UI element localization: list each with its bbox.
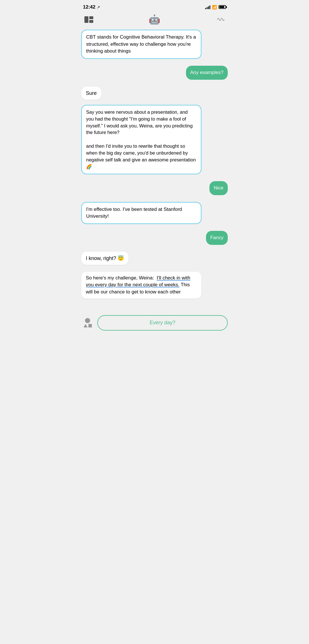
status-icons: 📶 <box>205 5 226 9</box>
suggested-reply-button[interactable]: Every day? <box>97 315 228 331</box>
user-message-3: Fancy <box>206 231 228 245</box>
user-message-1: Any examples? <box>186 66 228 80</box>
bot-message-1: CBT stands for Cognitive Behavioral Ther… <box>81 30 201 59</box>
user-avatar <box>81 317 94 329</box>
suggested-reply-label: Every day? <box>150 320 175 326</box>
bottom-bar: Every day? <box>77 312 232 337</box>
bot-message-3: Say you were nervous about a presentatio… <box>81 105 201 174</box>
location-arrow-icon: ↗ <box>97 5 100 9</box>
challenge-text-before: So here's my challenge, Weina: <box>86 275 157 281</box>
status-time: 12:42 ↗ <box>83 4 100 10</box>
message-row: I know, right? 😇 <box>81 252 228 265</box>
chat-area: CBT stands for Cognitive Behavioral Ther… <box>77 27 232 312</box>
avatar-shapes <box>84 324 92 327</box>
triangle-icon <box>84 324 88 327</box>
message-row: Sure <box>81 87 228 100</box>
avatar-circle <box>85 318 90 323</box>
bot-face-icon: 🤖 <box>149 15 160 24</box>
message-row: Say you were nervous about a presentatio… <box>81 105 228 174</box>
signal-bars-icon <box>205 5 210 9</box>
message-row: Nice <box>81 181 228 195</box>
message-row: I'm effective too. I've been tested at S… <box>81 202 228 224</box>
message-row: So here's my challenge, Weina: I'll chec… <box>81 272 228 299</box>
battery-icon <box>219 5 226 9</box>
wifi-icon: 📶 <box>212 5 217 9</box>
menu-icon[interactable] <box>83 14 94 25</box>
user-message-2: Nice <box>209 181 228 195</box>
bot-message-6: So here's my challenge, Weina: I'll chec… <box>81 272 201 299</box>
bot-message-4: I'm effective too. I've been tested at S… <box>81 202 201 224</box>
square-icon <box>88 324 92 327</box>
bot-avatar: 🤖 <box>147 12 162 27</box>
message-row: Fancy <box>81 231 228 245</box>
bot-message-5: I know, right? 😇 <box>81 252 128 265</box>
nav-bar: 🤖 <box>77 13 232 27</box>
message-row: CBT stands for Cognitive Behavioral Ther… <box>81 30 228 59</box>
message-row: Any examples? <box>81 66 228 80</box>
time-display: 12:42 <box>83 4 95 10</box>
audio-wave-icon[interactable] <box>215 14 226 25</box>
status-bar: 12:42 ↗ 📶 <box>77 0 232 13</box>
bot-message-2: Sure <box>81 87 101 100</box>
